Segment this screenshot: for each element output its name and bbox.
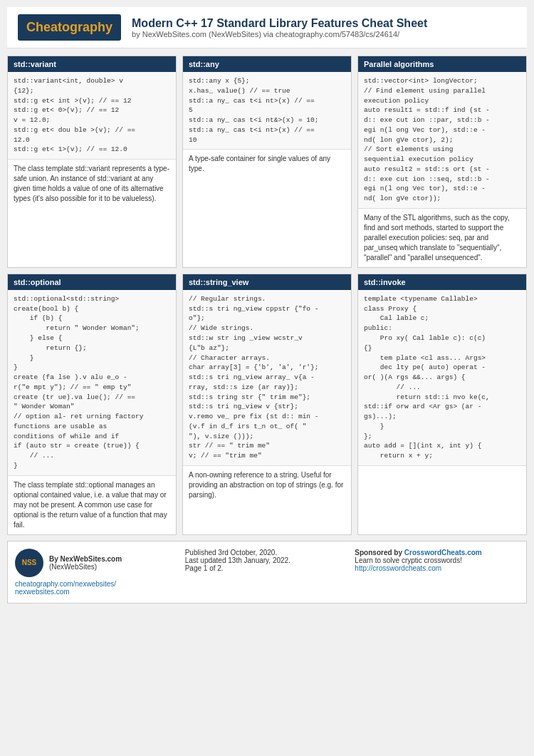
section-any: std::any std::any x {5}; x.has_ value() … [182,56,352,268]
section-invoke-code: template <typename Callable> class Proxy… [358,290,526,466]
footer-sponsor-link[interactable]: CrosswordCheats.com [404,549,482,556]
section-parallel-header: Parallel algorithms [358,56,526,72]
section-any-header: std::any [183,56,351,72]
section-any-desc: A type-safe container for single values … [183,150,351,178]
section-any-code: std::any x {5}; x.has_ value() // == tru… [183,72,351,150]
logo: Cheatography [18,14,121,41]
header-text: Modern C++ 17 Standard Library Features … [132,17,427,38]
section-parallel-desc: Many of the STL algorithms, such as the … [358,209,526,267]
footer-sponsor: Sponsored by CrosswordCheats.com [355,549,519,556]
footer-right: Sponsored by CrosswordCheats.com Learn t… [355,549,519,596]
footer-site-info: By NexWebSites.com (NexWebSites) [49,555,122,571]
footer-crossword-link[interactable]: http://crosswordcheats.com [355,564,441,572]
footer-published: Published 3rd October, 2020. [185,549,350,556]
page-title: Modern C++ 17 Standard Library Features … [132,17,427,30]
section-string-view-header: std::string_view [183,274,351,290]
footer-updated: Last updated 13th January, 2022. [185,556,350,564]
section-string-view: std::string_view // Regular strings. std… [182,274,352,535]
footer-page: Page 1 of 2. [185,564,350,572]
section-variant-desc: The class template std::variant represen… [8,160,176,208]
footer-author-name: (NexWebSites) [49,563,122,571]
section-string-view-code: // Regular strings. std::s tri ng_view c… [183,290,351,466]
logo-text: Cheatography [26,20,112,34]
page-subtitle: by NexWebSites.com (NexWebSites) via che… [132,30,427,38]
footer-sponsor-desc: Learn to solve cryptic crosswords! [355,556,519,564]
page-header: Cheatography Modern C++ 17 Standard Libr… [7,7,527,48]
main-grid: std::variant std::variant<int, double> v… [7,56,527,535]
section-parallel-code: std::vector<int> longVector; // Find ele… [358,72,526,209]
footer: NSS By NexWebSites.com (NexWebSites) che… [7,541,527,604]
section-optional-desc: The class template std::optional manages… [8,476,176,534]
footer-logo: NSS By NexWebSites.com (NexWebSites) [15,549,179,577]
section-optional-header: std::optional [8,274,176,290]
footer-site-name: By NexWebSites.com [49,555,122,563]
footer-logo-icon: NSS [15,549,43,577]
footer-left: NSS By NexWebSites.com (NexWebSites) che… [15,549,179,596]
section-variant: std::variant std::variant<int, double> v… [7,56,177,268]
section-variant-code: std::variant<int, double> v {12}; std::g… [8,72,176,160]
section-parallel: Parallel algorithms std::vector<int> lon… [357,56,527,268]
section-optional-code: std::optional<std::string> create(bool b… [8,290,176,476]
section-invoke-header: std::invoke [358,274,526,290]
footer-link-cheatography[interactable]: cheatography.com/nexwebsites/ [15,580,116,588]
section-invoke: std::invoke template <typename Callable>… [357,274,527,535]
section-optional: std::optional std::optional<std::string>… [7,274,177,535]
footer-link-nexwebsites[interactable]: nexwebsites.com [15,588,70,596]
section-string-view-desc: A non-owning reference to a string. Usef… [183,466,351,504]
footer-middle: Published 3rd October, 2020. Last update… [185,549,350,596]
footer-logo-text: NSS [22,559,37,566]
section-variant-header: std::variant [8,56,176,72]
